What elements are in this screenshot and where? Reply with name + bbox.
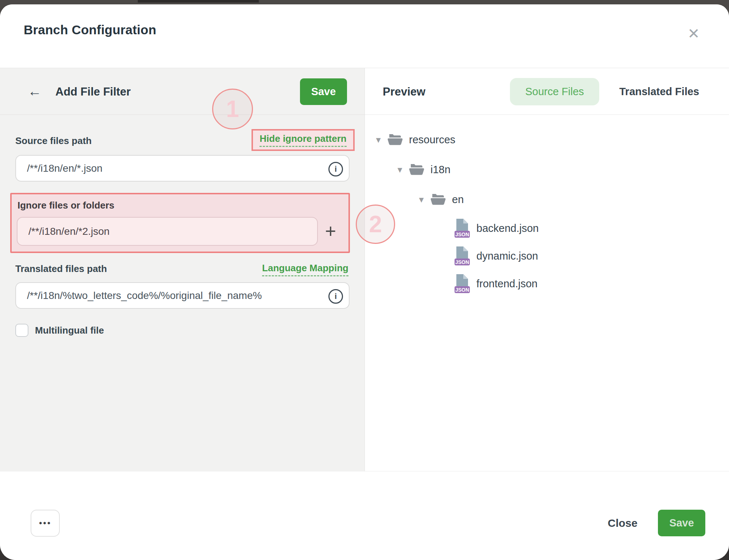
- add-ignore-pattern-button[interactable]: +: [319, 218, 342, 244]
- tree-row[interactable]: ▾i18n: [365, 155, 729, 184]
- translated-path-input[interactable]: [15, 282, 350, 309]
- json-file-icon: JSON: [454, 273, 470, 294]
- json-file-icon: JSON: [454, 246, 470, 266]
- info-icon[interactable]: i: [328, 162, 343, 176]
- more-options-button[interactable]: •••: [31, 510, 60, 537]
- folder-icon: [387, 133, 403, 146]
- ignore-label: Ignore files or folders: [17, 200, 114, 211]
- svg-text:JSON: JSON: [455, 287, 469, 293]
- dialog-title: Branch Configuration: [24, 23, 156, 37]
- caret-down-icon[interactable]: ▾: [373, 134, 384, 145]
- multilingual-checkbox[interactable]: [15, 324, 28, 337]
- multilingual-label: Multilingual file: [35, 325, 104, 336]
- hide-ignore-pattern-link[interactable]: Hide ignore pattern: [260, 133, 346, 147]
- ignore-pattern-input[interactable]: [17, 217, 318, 246]
- language-mapping-link[interactable]: Language Mapping: [262, 262, 348, 276]
- close-icon[interactable]: ✕: [685, 24, 703, 43]
- tree-row[interactable]: JSONdynamic.json: [365, 242, 729, 270]
- tree-row[interactable]: JSONfrontend.json: [365, 270, 729, 298]
- backdrop-artifact: [138, 0, 259, 3]
- source-path-label: Source files path: [15, 135, 92, 147]
- tab-source-files[interactable]: Source Files: [510, 78, 599, 105]
- tree-row[interactable]: ▾resources: [365, 125, 729, 155]
- tree-row[interactable]: JSONbackend.json: [365, 214, 729, 242]
- tree-item-label: i18n: [430, 164, 451, 176]
- caret-down-icon[interactable]: ▾: [394, 164, 405, 175]
- info-icon[interactable]: i: [328, 289, 343, 304]
- file-filter-panel: ← Add File Filter Save Source files path…: [0, 68, 365, 471]
- preview-panel: Preview Source Files Translated Files ▾r…: [365, 68, 729, 471]
- tree-item-label: backend.json: [476, 222, 539, 234]
- svg-text:JSON: JSON: [455, 259, 469, 265]
- tab-translated-files[interactable]: Translated Files: [606, 78, 712, 105]
- ignore-pattern-section: Ignore files or folders +: [10, 193, 350, 253]
- dialog-footer: ••• Close Save: [0, 471, 729, 560]
- file-tree: ▾resources▾i18n▾enJSONbackend.jsonJSONdy…: [365, 114, 729, 471]
- back-arrow-icon[interactable]: ←: [25, 82, 44, 100]
- panel-heading: Add File Filter: [55, 85, 131, 98]
- branch-configuration-dialog: Branch Configuration ✕ ← Add File Filter…: [0, 4, 729, 560]
- tree-item-label: frontend.json: [476, 278, 538, 290]
- preview-toolbar: Preview Source Files Translated Files: [365, 68, 729, 115]
- translated-path-label: Translated files path: [15, 263, 107, 275]
- json-file-icon: JSON: [454, 218, 470, 238]
- svg-text:JSON: JSON: [455, 232, 469, 237]
- save-filter-button[interactable]: Save: [300, 78, 347, 105]
- folder-icon: [430, 193, 446, 206]
- tree-item-label: dynamic.json: [476, 250, 538, 262]
- close-button[interactable]: Close: [608, 517, 638, 529]
- dialog-header: Branch Configuration ✕: [0, 4, 729, 68]
- file-filter-toolbar: ← Add File Filter Save: [0, 68, 364, 115]
- caret-down-icon[interactable]: ▾: [416, 194, 427, 205]
- tree-item-label: en: [452, 194, 464, 206]
- save-button[interactable]: Save: [658, 510, 705, 536]
- tree-row[interactable]: ▾en: [365, 184, 729, 214]
- hide-ignore-highlight: Hide ignore pattern: [252, 129, 355, 151]
- tree-item-label: resources: [409, 134, 455, 146]
- folder-icon: [409, 163, 424, 176]
- dialog-body: ← Add File Filter Save Source files path…: [0, 68, 729, 471]
- source-path-input[interactable]: [15, 155, 350, 182]
- preview-heading: Preview: [383, 85, 425, 98]
